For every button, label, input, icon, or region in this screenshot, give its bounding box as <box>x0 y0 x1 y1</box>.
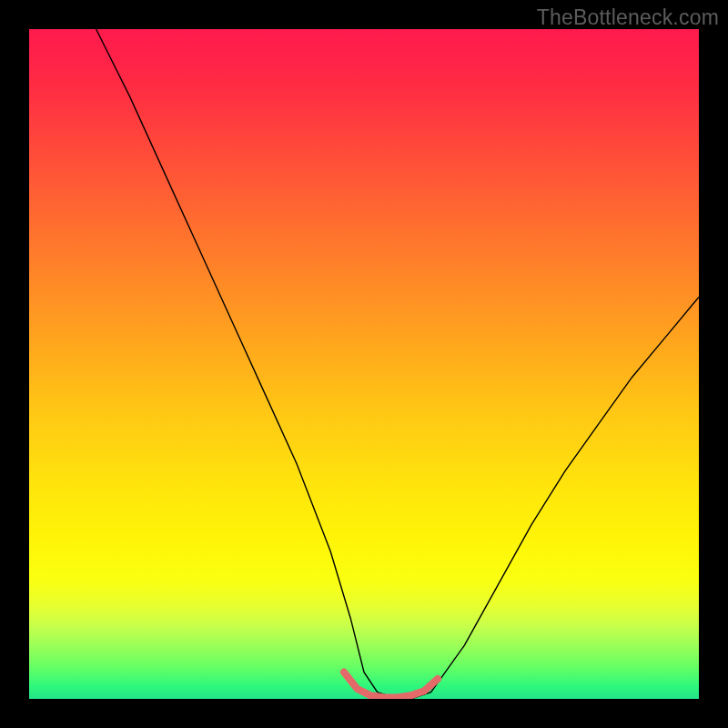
chart-plot-area <box>29 29 699 699</box>
watermark-text: TheBottleneck.com <box>537 5 719 30</box>
chart-frame: TheBottleneck.com <box>0 0 728 728</box>
chart-svg <box>29 29 699 699</box>
bottleneck-curve <box>96 29 699 699</box>
optimal-band <box>344 672 438 698</box>
